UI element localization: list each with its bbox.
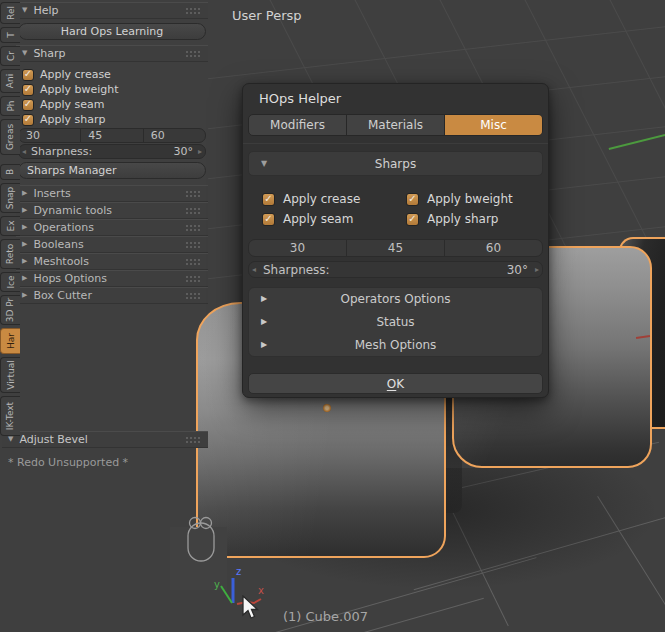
sharpness-slider-label: Sharpness: xyxy=(31,145,92,158)
drag-grip-icon[interactable] xyxy=(185,241,202,248)
sharp-panel-header[interactable]: ▼ Sharp xyxy=(16,45,208,62)
active-object-label: (1) Cube.007 xyxy=(283,609,368,624)
preset-30-button[interactable]: 30 xyxy=(249,240,347,256)
tab-virtual[interactable]: Virtual xyxy=(0,357,20,393)
redo-unsupported-text: * Redo Unsupported * xyxy=(8,456,128,469)
drag-grip-icon[interactable] xyxy=(185,7,202,14)
apply-crease-checkbox-row[interactable]: ✓ Apply crease xyxy=(22,68,111,81)
tab-ph[interactable]: Ph xyxy=(0,96,20,116)
checkbox-checked[interactable]: ✓ xyxy=(406,193,419,206)
checkbox-checked[interactable]: ✓ xyxy=(22,69,34,81)
expand-icon: ▶ xyxy=(22,190,27,197)
preset-60-button[interactable]: 60 xyxy=(445,240,542,256)
check-icon: ✓ xyxy=(24,69,32,79)
help-panel-header[interactable]: ▼ Help xyxy=(16,2,208,19)
slider-left-arrow-icon[interactable]: ◂ xyxy=(252,265,256,274)
apply-sharp-checkbox-row[interactable]: ✓ Apply sharp xyxy=(22,113,106,126)
tab-reto[interactable]: Reto xyxy=(0,239,20,269)
tab-hard-ops[interactable]: Har xyxy=(0,328,20,354)
axis-y-label: y xyxy=(214,579,220,590)
expand-icon: ▶ xyxy=(22,292,27,299)
operations-panel-header[interactable]: ▶ Operations xyxy=(16,219,208,236)
checkbox-checked[interactable]: ✓ xyxy=(406,213,419,226)
checkbox-checked[interactable]: ✓ xyxy=(22,114,34,126)
booleans-panel-header[interactable]: ▶ Booleans xyxy=(16,236,208,253)
apply-seam-checkbox-row[interactable]: ✓ Apply seam xyxy=(262,212,353,226)
preset-45-button[interactable]: 45 xyxy=(81,129,143,142)
dialog-tab-row: Modifiers Materials Misc xyxy=(248,114,543,136)
status-section-header[interactable]: ▶ Status xyxy=(249,311,542,334)
sharpness-preset-group: 30 45 60 xyxy=(18,128,206,143)
collapse-icon: ▼ xyxy=(8,436,13,443)
sharpness-slider[interactable]: ◂ Sharpness: 30° ▸ xyxy=(248,261,543,278)
apply-bweight-checkbox-row[interactable]: ✓ Apply bweight xyxy=(406,192,513,206)
slider-left-arrow-icon[interactable]: ◂ xyxy=(22,147,26,156)
inserts-panel-header[interactable]: ▶ Inserts xyxy=(16,185,208,202)
sharps-section-header[interactable]: ▼ Sharps xyxy=(248,151,543,176)
tab-t[interactable]: T xyxy=(0,27,20,43)
preset-45-button[interactable]: 45 xyxy=(347,240,445,256)
check-icon: ✓ xyxy=(264,214,272,224)
box-cutter-panel-header[interactable]: ▶ Box Cutter xyxy=(16,287,208,304)
object-origin-point xyxy=(323,404,331,412)
hops-helper-dialog: HOps Helper Modifiers Materials Misc ▼ S… xyxy=(242,83,549,398)
toolshelf-tab-strip: Rel T Cr Ani Ph Greas B Snap Ex Reto Ice… xyxy=(0,2,20,436)
check-icon: ✓ xyxy=(408,194,416,204)
drag-grip-icon[interactable] xyxy=(185,50,202,57)
slider-right-arrow-icon[interactable]: ▸ xyxy=(535,265,539,274)
checkbox-checked[interactable]: ✓ xyxy=(262,193,275,206)
axis-z-label: z xyxy=(236,566,241,577)
meshtools-panel-header[interactable]: ▶ Meshtools xyxy=(16,253,208,270)
checkbox-checked[interactable]: ✓ xyxy=(22,99,34,111)
tab-snap[interactable]: Snap xyxy=(0,183,20,213)
tab-ik-text[interactable]: IK-Text xyxy=(0,396,20,436)
tab-cr[interactable]: Cr xyxy=(0,46,20,66)
expand-icon: ▶ xyxy=(22,241,27,248)
apply-sharp-checkbox-row[interactable]: ✓ Apply sharp xyxy=(406,212,498,226)
mouse-cursor-icon xyxy=(241,595,261,621)
drag-grip-icon[interactable] xyxy=(185,207,202,214)
expand-icon: ▶ xyxy=(22,258,27,265)
expand-icon: ▶ xyxy=(261,341,267,349)
drag-grip-icon[interactable] xyxy=(185,275,202,282)
drag-grip-icon[interactable] xyxy=(185,224,202,231)
dynamic-tools-panel-header[interactable]: ▶ Dynamic tools xyxy=(16,202,208,219)
dialog-separator xyxy=(243,143,548,144)
drag-grip-icon[interactable] xyxy=(185,190,202,197)
checkbox-checked[interactable]: ✓ xyxy=(22,84,34,96)
sharpness-slider[interactable]: ◂ Sharpness: 30° ▸ xyxy=(18,144,206,159)
drag-grip-icon[interactable] xyxy=(185,436,202,443)
hops-options-panel-header[interactable]: ▶ Hops Options xyxy=(16,270,208,287)
tab-misc[interactable]: Misc xyxy=(445,115,542,135)
slider-right-arrow-icon[interactable]: ▸ xyxy=(198,147,202,156)
apply-crease-checkbox-row[interactable]: ✓ Apply crease xyxy=(262,192,360,206)
drag-grip-icon[interactable] xyxy=(185,292,202,299)
tab-3d-print[interactable]: 3D Pr xyxy=(0,295,20,325)
tab-materials[interactable]: Materials xyxy=(347,115,445,135)
mesh-options-section-header[interactable]: ▶ Mesh Options xyxy=(249,333,542,356)
checkbox-checked[interactable]: ✓ xyxy=(262,213,275,226)
hard-ops-learning-button[interactable]: Hard Ops Learning xyxy=(18,23,206,40)
adjust-bevel-panel-header[interactable]: ▼ Adjust Bevel xyxy=(2,431,208,448)
preset-30-button[interactable]: 30 xyxy=(19,129,81,142)
preset-60-button[interactable]: 60 xyxy=(144,129,205,142)
drag-grip-icon[interactable] xyxy=(185,258,202,265)
tab-rel[interactable]: Rel xyxy=(0,2,20,24)
tab-ex[interactable]: Ex xyxy=(0,216,20,236)
sharpness-slider-value: 30° xyxy=(507,263,528,277)
blender-window: User Persp (1) Cube.007 z y x Rel T Cr A… xyxy=(0,0,665,632)
collapse-icon: ▼ xyxy=(261,160,267,168)
check-icon: ✓ xyxy=(24,84,32,94)
tab-ice[interactable]: Ice xyxy=(0,272,20,292)
tab-ani[interactable]: Ani xyxy=(0,69,20,93)
apply-bweight-checkbox-row[interactable]: ✓ Apply bweight xyxy=(22,83,119,96)
sharps-manager-button[interactable]: Sharps Manager xyxy=(18,162,206,179)
operators-options-section-header[interactable]: ▶ Operators Options xyxy=(249,288,542,311)
sharpness-slider-label: Sharpness: xyxy=(263,263,330,277)
expand-icon: ▶ xyxy=(261,295,267,303)
tab-greas[interactable]: Greas xyxy=(0,119,20,155)
ok-button[interactable]: OK xyxy=(248,373,543,394)
apply-seam-checkbox-row[interactable]: ✓ Apply seam xyxy=(22,98,105,111)
tab-modifiers[interactable]: Modifiers xyxy=(249,115,347,135)
tab-b[interactable]: B xyxy=(0,164,20,180)
